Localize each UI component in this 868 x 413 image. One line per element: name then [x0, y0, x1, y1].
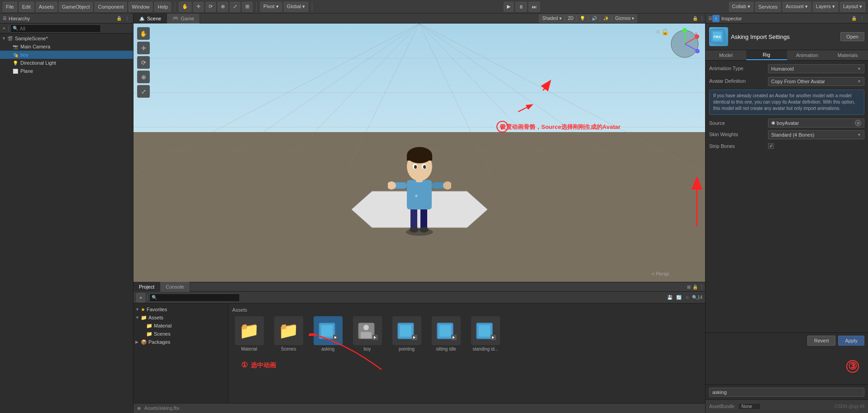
tab-model[interactable]: Model: [706, 50, 746, 60]
tab-game[interactable]: 🎮 Game: [167, 14, 200, 24]
revert-button[interactable]: Revert: [807, 336, 835, 346]
strip-bones-checkbox[interactable]: ✓: [768, 143, 774, 149]
scale-view-btn[interactable]: ⊕: [137, 71, 150, 83]
scene-viewport[interactable]: ✦ ✋ ✛ ⟳ ⊕ ⤢: [134, 24, 705, 282]
asset-bundle-value[interactable]: None: [738, 403, 761, 410]
layers-button[interactable]: Layers ▾: [813, 2, 838, 12]
move-view-btn[interactable]: ✛: [137, 42, 150, 54]
hierarchy-header: ☰ Hierarchy 🔒 ⋮: [0, 14, 133, 24]
source-input[interactable]: ✱ boyAvatar ⊙: [768, 119, 864, 128]
window-menu[interactable]: Window: [129, 2, 153, 12]
edit-menu[interactable]: Edit: [19, 2, 34, 12]
skin-weights-dropdown[interactable]: Standard (4 Bones) ▼: [768, 130, 864, 139]
hand-tool[interactable]: ✋: [179, 2, 191, 12]
lighting-toggle[interactable]: 💡: [577, 14, 588, 23]
pivot-toggle[interactable]: Pivot ▾: [260, 2, 282, 12]
collab-button[interactable]: Collab ▾: [729, 2, 754, 12]
fav-star-icon: ★: [141, 307, 145, 313]
animation-type-dropdown[interactable]: Humanoid ▼: [768, 64, 864, 73]
asset-standing[interactable]: standing id...: [468, 316, 502, 351]
global-toggle[interactable]: Global ▾: [284, 2, 309, 12]
bottom-panel-opts[interactable]: ⋮: [699, 284, 705, 290]
hierarchy-search-input[interactable]: [20, 26, 99, 31]
save-scene-btn[interactable]: 💾: [666, 294, 673, 300]
asset-scenes-folder[interactable]: 📁 Scenes: [272, 316, 305, 351]
packages-tree-item[interactable]: ▶ 📦 Packages: [134, 338, 228, 346]
skin-weights-arrow: ▼: [857, 133, 861, 137]
inspector-lock[interactable]: 🔒: [850, 15, 858, 21]
step-button[interactable]: ⏭: [529, 2, 540, 12]
asset-search[interactable]: 🔍: [149, 294, 240, 302]
gizmos-toggle[interactable]: Gizmos ▾: [612, 14, 637, 23]
material-folder-icon: 📁: [239, 321, 259, 340]
asset-search-input[interactable]: [159, 295, 238, 300]
refresh-btn[interactable]: 🔄: [675, 294, 682, 300]
favorites-item[interactable]: ▼ ★ Favorites: [134, 305, 228, 313]
viewport-hamburger[interactable]: ≡: [656, 28, 659, 35]
file-menu[interactable]: File: [3, 2, 17, 12]
scale-tool[interactable]: ⊕: [218, 2, 228, 12]
account-button[interactable]: Account ▾: [782, 2, 811, 12]
source-circle-btn[interactable]: ⊙: [855, 120, 861, 126]
unity-icon: ⊕: [137, 406, 141, 411]
inspector-bottom-bar: AssetBundle None CSDN @qq:49: [706, 399, 868, 413]
bottom-panel-lock[interactable]: 🔒: [692, 284, 699, 290]
audio-toggle[interactable]: 🔊: [588, 14, 600, 23]
tree-item-directionallight[interactable]: 💡 Directional Light: [0, 59, 133, 67]
pause-button[interactable]: ⏸: [515, 2, 527, 12]
vfx-toggle[interactable]: ✨: [600, 14, 612, 23]
inspector-open-btn[interactable]: Open: [840, 32, 864, 41]
filter-btn[interactable]: ☆: [684, 294, 690, 300]
hierarchy-lock[interactable]: 🔒: [115, 15, 123, 21]
hierarchy-add[interactable]: +: [2, 25, 6, 31]
pointing-label: pointing: [391, 347, 423, 351]
asset-sitting-idle[interactable]: sitting idle: [429, 316, 463, 351]
hierarchy-search[interactable]: 🔍: [10, 24, 101, 33]
tree-item-maincamera[interactable]: 📷 Main Camera: [0, 43, 133, 51]
play-button[interactable]: ▶: [504, 2, 514, 12]
viewport-lock[interactable]: 🔒: [661, 28, 669, 35]
tab-console[interactable]: Console: [160, 282, 190, 292]
rect-tool[interactable]: ⤢: [230, 2, 240, 12]
assets-menu[interactable]: Assets: [36, 2, 57, 12]
inspector-text-input[interactable]: [709, 388, 864, 397]
tab-animation[interactable]: Animation: [787, 50, 828, 60]
scenes-tree-item[interactable]: 📁 Scenes: [134, 330, 228, 338]
hand-view-btn[interactable]: ✋: [137, 27, 150, 40]
avatar-definition-dropdown[interactable]: Copy From Other Avatar ▼: [768, 77, 864, 86]
separator-1: [175, 2, 175, 11]
help-menu[interactable]: Help: [154, 2, 171, 12]
tree-item-samplescene[interactable]: ▼ 🎬 SampleScene*: [0, 34, 133, 43]
transform-tool[interactable]: ⊞: [242, 2, 253, 12]
material-tree-item[interactable]: 📁 Material: [134, 322, 228, 330]
assets-tree-item[interactable]: ▼ 📁 Assets: [134, 313, 228, 322]
csdn-text: CSDN @qq:49: [835, 404, 864, 409]
layout-button[interactable]: Layout ▾: [840, 2, 865, 12]
asset-pointing[interactable]: pointing: [390, 316, 424, 351]
asset-boy[interactable]: boy: [350, 316, 384, 351]
tab-scene[interactable]: 🏔️ Scene: [134, 14, 167, 24]
apply-button[interactable]: Apply: [838, 336, 864, 346]
tree-item-plane[interactable]: ⬜ Plane: [0, 67, 133, 75]
tab-rig[interactable]: Rig: [746, 50, 787, 60]
scene-panel-lock[interactable]: 🔒: [692, 15, 699, 21]
hierarchy-options[interactable]: ⋮: [124, 15, 130, 21]
component-menu[interactable]: Component: [95, 2, 127, 12]
services-button[interactable]: Services: [755, 2, 781, 12]
bottom-panel-icons[interactable]: ⊞: [686, 284, 692, 290]
asset-material-folder[interactable]: 📁 Material: [232, 316, 266, 351]
asset-asking[interactable]: asking: [311, 316, 345, 351]
tree-item-boy[interactable]: 🎭 boy: [0, 51, 133, 59]
shading-mode[interactable]: Shaded ▾: [539, 14, 564, 23]
gameobject-menu[interactable]: GameObject: [59, 2, 93, 12]
inspector-opts[interactable]: ⋮: [859, 15, 865, 21]
rotate-view-btn[interactable]: ⟳: [137, 56, 150, 69]
scene-panel-opts[interactable]: ⋮: [699, 15, 705, 21]
tab-project[interactable]: Project: [134, 282, 160, 292]
rect-view-btn[interactable]: ⤢: [137, 85, 150, 98]
tab-materials[interactable]: Materials: [827, 50, 868, 60]
2d-toggle[interactable]: 2D: [565, 14, 577, 23]
rotate-tool[interactable]: ⟳: [205, 2, 216, 12]
move-tool[interactable]: ✛: [193, 2, 204, 12]
assets-add-btn[interactable]: +: [136, 293, 145, 302]
